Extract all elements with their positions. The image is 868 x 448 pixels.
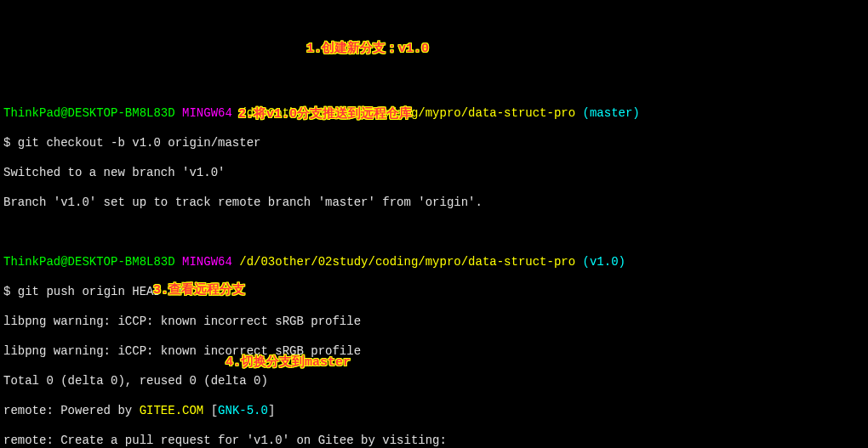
output-line: Switched to a new branch 'v1.0' <box>3 166 865 181</box>
output-line: libpng warning: iCCP: known incorrect sR… <box>3 344 865 360</box>
blank-line <box>3 225 865 241</box>
branch: (master) <box>583 106 640 120</box>
terminal-output: ThinkPad@DESKTOP-BM8L83D MINGW64 /d/03ot… <box>3 61 865 448</box>
user-host: ThinkPad@DESKTOP-BM8L83D <box>3 255 175 269</box>
prompt-symbol: $ <box>3 136 18 150</box>
output-line: Total 0 (delta 0), reused 0 (delta 0) <box>3 374 865 389</box>
prompt-line: ThinkPad@DESKTOP-BM8L83D MINGW64 /d/03ot… <box>3 255 865 270</box>
command-line[interactable]: $ git push origin HEAD -u <box>3 285 865 300</box>
shell-name: MINGW64 <box>182 255 232 269</box>
output-line: libpng warning: iCCP: known incorrect sR… <box>3 315 865 330</box>
user-host: ThinkPad@DESKTOP-BM8L83D <box>3 106 175 120</box>
output-line: remote: Powered by GITEE.COM [GNK-5.0] <box>3 404 865 419</box>
output-line: remote: Create a pull request for 'v1.0'… <box>3 434 865 449</box>
command: git checkout -b v1.0 origin/master <box>18 136 261 150</box>
output-line: Branch 'v1.0' set up to track remote bra… <box>3 196 865 211</box>
command-line[interactable]: $ git checkout -b v1.0 origin/master <box>3 136 865 151</box>
annotation-1: 1.创建新分支：v1.0 <box>306 42 429 58</box>
cwd: /d/03other/02study/coding/mypro/data-str… <box>239 106 575 120</box>
branch: (v1.0) <box>583 255 625 269</box>
prompt-symbol: $ <box>3 285 18 298</box>
shell-name: MINGW64 <box>182 106 232 120</box>
cwd: /d/03other/02study/coding/mypro/data-str… <box>239 255 575 269</box>
command: git push origin HEAD -u <box>18 285 182 298</box>
blank-line <box>3 77 865 92</box>
prompt-line: ThinkPad@DESKTOP-BM8L83D MINGW64 /d/03ot… <box>3 106 865 122</box>
